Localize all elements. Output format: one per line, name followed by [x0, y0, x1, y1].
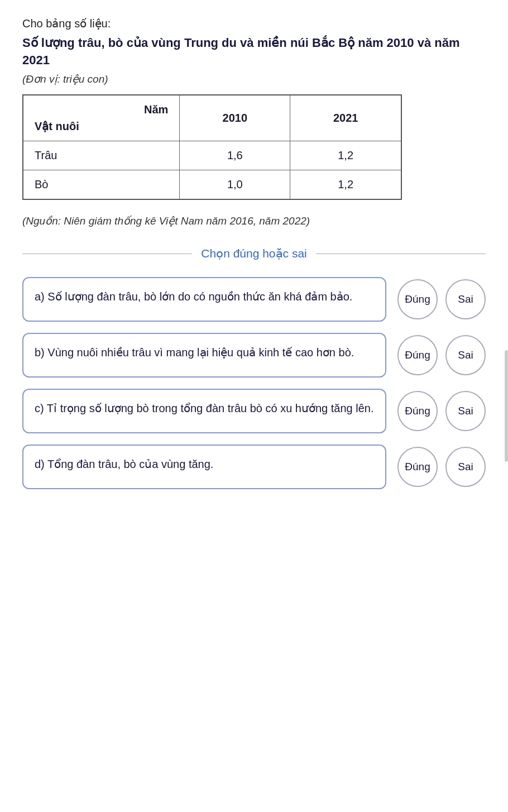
table-header-nam-right: Năm Vật nuôi — [23, 95, 180, 141]
dung-button-a[interactable]: Đúng — [397, 279, 438, 319]
table-cell-2021: 1,2 — [290, 141, 401, 170]
question-row-a: a) Số lượng đàn trâu, bò lớn do có nguồn… — [22, 277, 486, 322]
data-table: Năm Vật nuôi 2010 2021 Trâu 1,6 1,2 Bò 1… — [22, 94, 402, 200]
question-row-c: c) Tỉ trọng số lượng bò trong tổng đàn t… — [22, 389, 486, 433]
divider-right — [316, 254, 486, 254]
sai-button-b[interactable]: Sai — [445, 335, 486, 375]
question-box-a: a) Số lượng đàn trâu, bò lớn do có nguồn… — [22, 277, 386, 322]
question-box-d: d) Tổng đàn trâu, bò của vùng tăng. — [22, 445, 386, 489]
dung-button-c[interactable]: Đúng — [397, 391, 438, 431]
table-cell-2010: 1,0 — [180, 170, 290, 199]
answer-buttons-b: Đúng Sai — [397, 335, 486, 375]
question-box-c: c) Tỉ trọng số lượng bò trong tổng đàn t… — [22, 389, 386, 433]
answer-buttons-d: Đúng Sai — [397, 447, 486, 487]
section-divider: Chọn đúng hoặc sai — [22, 247, 486, 260]
source-label: (Nguồn: Niên giám thống kê Việt Nam năm … — [22, 213, 486, 230]
table-header-2010: 2010 — [180, 95, 290, 141]
questions-list: a) Số lượng đàn trâu, bò lớn do có nguồn… — [22, 277, 486, 489]
sai-button-a[interactable]: Sai — [445, 279, 486, 319]
dung-button-d[interactable]: Đúng — [397, 447, 438, 487]
divider-left — [22, 254, 192, 254]
answer-buttons-c: Đúng Sai — [397, 391, 486, 431]
dung-button-b[interactable]: Đúng — [397, 335, 438, 375]
table-cell-2010: 1,6 — [180, 141, 290, 170]
page-title: Số lượng trâu, bò của vùng Trung du và m… — [22, 35, 486, 69]
intro-label: Cho bảng số liệu: — [22, 17, 486, 30]
section-label: Chọn đúng hoặc sai — [201, 247, 306, 260]
table-cell-animal: Bò — [23, 170, 180, 199]
question-row-d: d) Tổng đàn trâu, bò của vùng tăng. Đúng… — [22, 445, 486, 489]
table-row: Bò 1,0 1,2 — [23, 170, 401, 199]
table-cell-animal: Trâu — [23, 141, 180, 170]
table-cell-2021: 1,2 — [290, 170, 401, 199]
question-box-b: b) Vùng nuôi nhiều trâu vì mang lại hiệu… — [22, 333, 386, 378]
unit-label: (Đơn vị: triệu con) — [22, 73, 486, 85]
answer-buttons-a: Đúng Sai — [397, 279, 486, 319]
sai-button-c[interactable]: Sai — [445, 391, 486, 431]
table-row: Trâu 1,6 1,2 — [23, 141, 401, 170]
scrollbar[interactable] — [505, 350, 508, 462]
sai-button-d[interactable]: Sai — [445, 447, 486, 487]
table-header-2021: 2021 — [290, 95, 401, 141]
question-row-b: b) Vùng nuôi nhiều trâu vì mang lại hiệu… — [22, 333, 486, 378]
